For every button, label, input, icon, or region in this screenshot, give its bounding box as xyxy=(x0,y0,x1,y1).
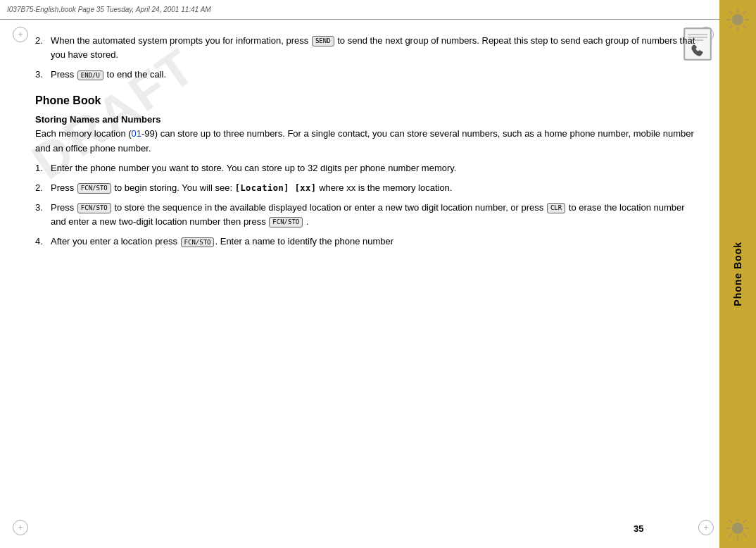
end-button-icon: END/U xyxy=(77,70,103,81)
list-content-step1: Enter the phone number you want to store… xyxy=(51,161,698,175)
list-content-step3: Press FCN/STO to store the sequence in t… xyxy=(51,201,698,229)
list-number-2: 2. xyxy=(35,34,51,62)
list-content-step4: After you enter a location press FCN/STO… xyxy=(51,235,698,249)
intro-text1: Each memory location ( xyxy=(35,128,132,139)
svg-line-14 xyxy=(729,520,732,523)
sunburst-bottom-icon xyxy=(725,516,750,541)
svg-line-17 xyxy=(729,534,732,537)
fcnsto-button-step2: FCN/STO xyxy=(77,183,111,194)
svg-line-5 xyxy=(729,11,732,14)
phone-book-tab: Phone Book xyxy=(719,218,756,330)
step3-text2: to store the sequence in the available d… xyxy=(112,202,546,213)
page-number: 35 xyxy=(634,523,643,534)
svg-point-9 xyxy=(732,523,743,534)
list-number-step4: 4. xyxy=(35,235,51,249)
fcnsto-button-step3a: FCN/STO xyxy=(77,203,111,213)
list-number-3: 3. xyxy=(35,68,51,82)
step2-text3: where xx is the memory location. xyxy=(317,182,453,193)
item3-text: Press xyxy=(51,69,77,80)
svg-line-8 xyxy=(729,25,732,28)
step2-text2: to begin storing. You will see: xyxy=(112,182,235,193)
main-content: 2. When the automated system prompts you… xyxy=(0,20,719,548)
sidebar-tab-label: Phone Book xyxy=(732,242,743,306)
location-code: [Location] [xx] xyxy=(235,183,317,193)
step3-text: Press xyxy=(51,202,77,213)
item2-text: When the automated system prompts you fo… xyxy=(51,35,311,46)
sunburst-top-icon xyxy=(725,7,750,32)
list-content-2: When the automated system prompts you fo… xyxy=(51,34,698,62)
list-content-step2: Press FCN/STO to begin storing. You will… xyxy=(51,181,698,195)
list-item-step2: 2. Press FCN/STO to begin storing. You w… xyxy=(35,181,698,195)
svg-line-6 xyxy=(743,25,746,28)
send-button-icon: SEND xyxy=(312,36,334,46)
list-item-step4: 4. After you enter a location press FCN/… xyxy=(35,235,698,249)
fcnsto-button-step4: FCN/STO xyxy=(181,237,215,248)
section-heading: Phone Book xyxy=(35,94,698,107)
list-content-3: Press END/U to end the call. xyxy=(51,68,698,82)
svg-line-7 xyxy=(743,11,746,14)
fcnsto-button-step3b: FCN/STO xyxy=(269,217,303,228)
header-bar: I037B75-English.book Page 35 Tuesday, Ap… xyxy=(0,0,756,20)
item3-text2: to end the call. xyxy=(104,69,166,80)
step3-text4: . xyxy=(303,216,308,227)
step4-text2: . Enter a name to identify the phone num… xyxy=(215,236,393,247)
list-number-step3: 3. xyxy=(35,201,51,229)
intro-num: 01 xyxy=(132,128,141,139)
step2-text: Press xyxy=(51,182,77,193)
list-item-3: 3. Press END/U to end the call. xyxy=(35,68,698,82)
list-item-step3: 3. Press FCN/STO to store the sequence i… xyxy=(35,201,698,229)
svg-line-16 xyxy=(743,520,746,523)
intro-paragraph: Each memory location (01-99) can store u… xyxy=(35,127,698,155)
clr-button-step3: CLR xyxy=(547,203,565,213)
sub-heading: Storing Names and Numbers xyxy=(35,114,698,125)
right-sidebar: Phone Book xyxy=(719,0,756,548)
list-number-step1: 1. xyxy=(35,161,51,175)
svg-line-15 xyxy=(743,534,746,537)
header-text: I037B75-English.book Page 35 Tuesday, Ap… xyxy=(7,6,211,13)
list-number-step2: 2. xyxy=(35,181,51,195)
svg-point-0 xyxy=(732,14,743,25)
content-wrapper: 2. When the automated system prompts you… xyxy=(35,34,698,249)
step4-text: After you enter a location press xyxy=(51,236,180,247)
list-item-step1: 1. Enter the phone number you want to st… xyxy=(35,161,698,175)
list-item-2: 2. When the automated system prompts you… xyxy=(35,34,698,62)
